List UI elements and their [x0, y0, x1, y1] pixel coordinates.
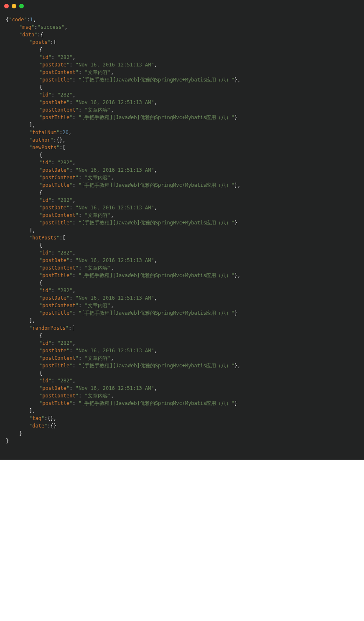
json-code-block: {"code":1,"msg":"success","data":{"posts…	[0, 12, 364, 447]
minimize-icon[interactable]	[12, 4, 16, 8]
close-icon[interactable]	[4, 4, 9, 8]
zoom-icon[interactable]	[19, 4, 24, 8]
window-titlebar	[0, 0, 364, 12]
code-window: {"code":1,"msg":"success","data":{"posts…	[0, 0, 364, 460]
